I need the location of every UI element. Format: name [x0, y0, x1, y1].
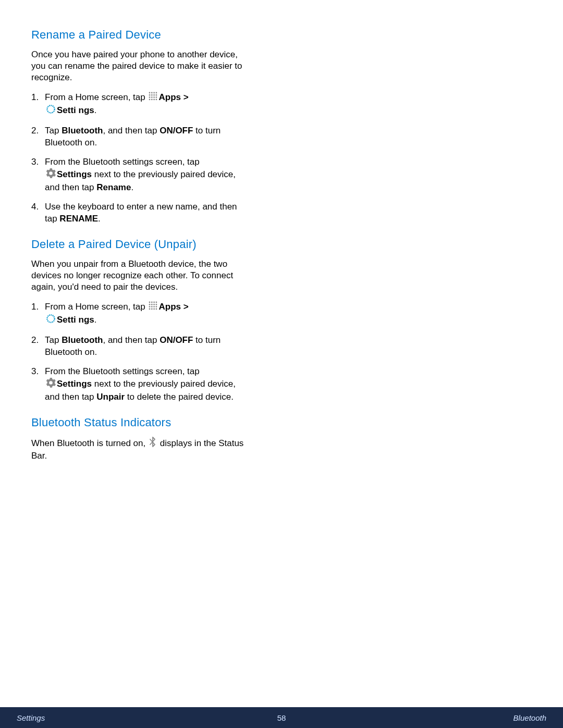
step-item: Tap Bluetooth, and then tap ON/OFF to tu… — [31, 335, 250, 359]
status-text: When Bluetooth is turned on, displays in… — [31, 437, 250, 462]
svg-point-3 — [156, 92, 157, 94]
section-status: Bluetooth Status Indicators When Bluetoo… — [31, 416, 250, 462]
svg-point-0 — [149, 92, 151, 94]
svg-point-8 — [149, 96, 151, 98]
text: Unpair — [96, 392, 125, 402]
svg-point-22 — [151, 304, 153, 305]
text: From the Bluetooth settings screen, tap — [45, 366, 200, 376]
settings-ring-icon — [46, 314, 56, 327]
text: From a Home screen, tap — [45, 302, 148, 312]
page-footer: Settings 58 Bluetooth — [0, 707, 563, 728]
footer-left: Settings — [17, 713, 277, 722]
section-rename: Rename a Paired Device Once you have pai… — [31, 28, 250, 225]
apps-grid-icon — [149, 92, 157, 104]
svg-point-33 — [47, 315, 54, 322]
text: > — [181, 302, 189, 312]
step-item: Use the keyboard to enter a new name, an… — [31, 201, 250, 225]
apps-grid-icon — [149, 301, 157, 314]
svg-point-13 — [151, 99, 153, 101]
svg-point-30 — [151, 309, 153, 310]
bluetooth-icon — [149, 437, 156, 450]
svg-point-20 — [156, 302, 157, 303]
settings-label: Setti ngs — [57, 315, 94, 325]
svg-point-7 — [156, 94, 157, 96]
text: From a Home screen, tap — [45, 93, 148, 103]
text: Bluetooth — [62, 335, 103, 345]
svg-point-29 — [149, 309, 151, 310]
svg-point-28 — [156, 306, 157, 307]
svg-point-18 — [151, 302, 153, 303]
step-item: From a Home screen, tap Apps > Setti ngs… — [31, 92, 250, 118]
text: . — [98, 214, 101, 224]
svg-point-32 — [156, 309, 157, 310]
svg-point-31 — [154, 309, 155, 310]
svg-point-1 — [151, 92, 153, 94]
heading-rename: Rename a Paired Device — [31, 28, 250, 42]
text: Bluetooth — [62, 126, 103, 135]
text: . — [131, 182, 133, 192]
svg-point-9 — [151, 96, 153, 98]
svg-point-25 — [149, 306, 151, 307]
settings-ring-icon — [46, 104, 56, 118]
text: Tap — [45, 126, 62, 135]
svg-point-19 — [154, 302, 155, 303]
svg-point-11 — [156, 96, 157, 98]
apps-label: Apps — [158, 93, 181, 103]
steps-delete: From a Home screen, tap Apps > Setti ngs… — [31, 301, 250, 403]
gear-icon — [46, 378, 56, 391]
text: > — [181, 93, 189, 103]
svg-point-27 — [154, 306, 155, 307]
svg-point-23 — [154, 304, 155, 305]
page-number: 58 — [277, 713, 286, 722]
step-item: Tap Bluetooth, and then tap ON/OFF to tu… — [31, 125, 250, 149]
text: ON/OFF — [160, 335, 193, 345]
svg-point-24 — [156, 304, 157, 305]
text: . — [94, 106, 97, 116]
text: RENAME — [59, 214, 98, 224]
step-item: From the Bluetooth settings screen, tap … — [31, 156, 250, 194]
intro-delete: When you unpair from a Bluetooth device,… — [31, 258, 250, 293]
intro-rename: Once you have paired your phone to anoth… — [31, 49, 250, 83]
text: Rename — [96, 182, 131, 192]
svg-point-15 — [156, 99, 157, 101]
document-page: Rename a Paired Device Once you have pai… — [0, 0, 282, 462]
svg-point-26 — [151, 306, 153, 307]
text: , and then tap — [103, 126, 160, 135]
apps-label: Apps — [158, 302, 181, 312]
svg-point-14 — [154, 99, 155, 101]
text: , and then tap — [103, 335, 160, 345]
svg-point-10 — [154, 96, 155, 98]
svg-point-17 — [149, 302, 151, 303]
footer-right: Bluetooth — [286, 713, 546, 722]
gear-icon — [46, 168, 56, 182]
text: Tap — [45, 335, 62, 345]
svg-point-12 — [149, 99, 151, 101]
settings-label: Settings — [57, 379, 92, 389]
step-item: From the Bluetooth settings screen, tap … — [31, 366, 250, 403]
steps-rename: From a Home screen, tap Apps > Setti ngs… — [31, 92, 250, 225]
step-item: From a Home screen, tap Apps > Setti ngs… — [31, 301, 250, 327]
text: When Bluetooth is turned on, — [31, 438, 148, 448]
text: From the Bluetooth settings screen, tap — [45, 157, 200, 167]
svg-point-21 — [149, 304, 151, 305]
svg-point-2 — [154, 92, 155, 94]
heading-status: Bluetooth Status Indicators — [31, 416, 250, 429]
text: . — [94, 315, 97, 325]
settings-label: Settings — [57, 169, 92, 179]
heading-delete: Delete a Paired Device (Unpair) — [31, 238, 250, 251]
svg-point-4 — [149, 94, 151, 96]
svg-point-5 — [151, 94, 153, 96]
text: ON/OFF — [160, 126, 193, 135]
section-delete: Delete a Paired Device (Unpair) When you… — [31, 238, 250, 403]
svg-point-16 — [47, 106, 54, 113]
svg-point-6 — [154, 94, 155, 96]
settings-label: Setti ngs — [57, 106, 94, 116]
text: to delete the paired device. — [125, 392, 234, 402]
